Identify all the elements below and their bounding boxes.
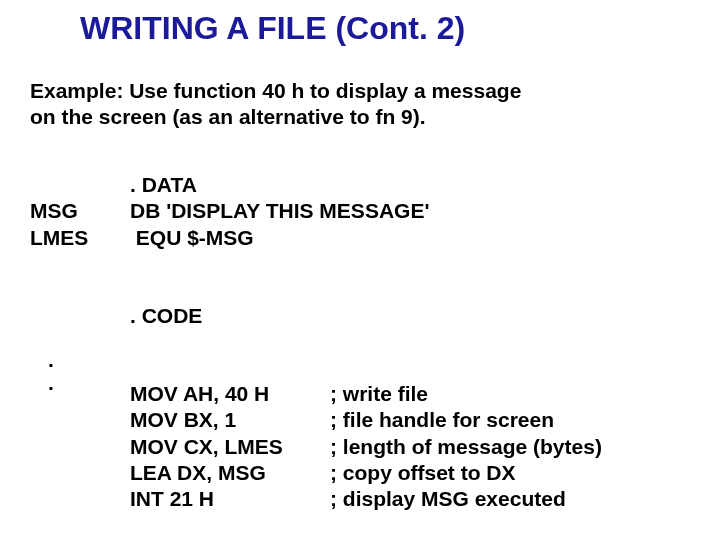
- blank-label: [30, 486, 130, 512]
- instruction: INT 21 H: [130, 486, 330, 512]
- code-lines: MOV AH, 40 H; write file MOV BX, 1; file…: [30, 381, 602, 512]
- msg-label: MSG: [30, 198, 130, 224]
- slide: WRITING A FILE (Cont. 2) Example: Use fu…: [0, 0, 720, 540]
- code-line: MOV CX, LMES; length of message (bytes): [30, 434, 602, 460]
- blank-label: [30, 407, 130, 433]
- instruction: LEA DX, MSG: [130, 460, 330, 486]
- blank-label: [30, 460, 130, 486]
- code-line: INT 21 H; display MSG executed: [30, 486, 602, 512]
- code-line: LEA DX, MSG; copy offset to DX: [30, 460, 602, 486]
- comment: ; file handle for screen: [330, 407, 554, 433]
- comment: ; copy offset to DX: [330, 460, 516, 486]
- code-line: MOV BX, 1; file handle for screen: [30, 407, 602, 433]
- comment: ; display MSG executed: [330, 486, 566, 512]
- ellipsis-dots: . .: [48, 348, 54, 394]
- instruction: MOV CX, LMES: [130, 434, 330, 460]
- code-line: MOV AH, 40 H; write file: [30, 381, 602, 407]
- comment: ; write file: [330, 381, 428, 407]
- code-directive: . CODE: [130, 303, 340, 329]
- example-text: Example: Use function 40 h to display a …: [30, 78, 630, 131]
- instruction: MOV BX, 1: [130, 407, 330, 433]
- lmes-label: LMES: [30, 225, 130, 251]
- example-line-2: on the screen (as an alternative to fn 9…: [30, 105, 426, 128]
- example-line-1: Example: Use function 40 h to display a …: [30, 79, 521, 102]
- blank-label: [30, 172, 130, 198]
- data-directive: . DATA: [130, 172, 340, 198]
- instruction: MOV AH, 40 H: [130, 381, 330, 407]
- lmes-definition: EQU $-MSG: [130, 225, 340, 251]
- msg-definition: DB 'DISPLAY THIS MESSAGE': [130, 198, 429, 224]
- comment: ; length of message (bytes): [330, 434, 602, 460]
- blank-label-2: [30, 303, 130, 329]
- blank-label: [30, 434, 130, 460]
- blank-label: [30, 381, 130, 407]
- slide-title: WRITING A FILE (Cont. 2): [80, 10, 465, 47]
- code-block: . DATA MSG DB 'DISPLAY THIS MESSAGE' LME…: [30, 172, 602, 512]
